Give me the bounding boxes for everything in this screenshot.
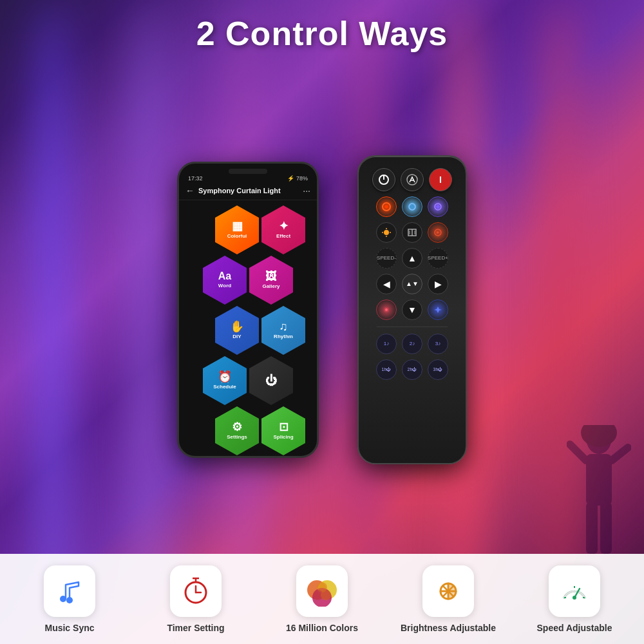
colorful-icon: ▦: [232, 220, 243, 232]
nav-title: Symphony Curtain Light: [198, 187, 299, 194]
remote-scene-1[interactable]: 1♪: [376, 334, 397, 354]
brightness-label: Brightness Adjustable: [401, 622, 496, 634]
brightness-icon-box: [422, 565, 474, 617]
hex-row-1: ▦ Colorful ✦ Effect: [210, 205, 310, 254]
remote-auto-btn[interactable]: [401, 168, 424, 191]
remote-speed-row: SPEED- ▲ SPEED+: [376, 248, 448, 269]
colors-icon-box: [296, 565, 348, 617]
word-icon: Aa: [218, 271, 231, 281]
content-wrapper: 2 Control Ways 17:32 ⚡ 78% ← Symphony Cu…: [0, 0, 644, 644]
remote-row-6: ▼: [376, 299, 448, 320]
music-sync-label: Music Sync: [44, 622, 94, 634]
hex-power[interactable]: ⏻: [249, 356, 293, 405]
phone-battery: ⚡ 78%: [287, 175, 308, 182]
remote-dpad-row: ◀ ▲▼ ▶: [376, 274, 448, 294]
music-note-icon: [54, 576, 85, 607]
remote-left-btn[interactable]: ◀: [376, 274, 397, 294]
timer-icon: [180, 576, 211, 607]
main-area: 17:32 ⚡ 78% ← Symphony Curtain Light ···…: [177, 66, 467, 554]
remote-special-btn[interactable]: [428, 222, 448, 243]
hex-rhythm[interactable]: ♫ Rhythm: [261, 306, 305, 355]
svg-point-39: [573, 596, 576, 600]
remote-scene-2[interactable]: 2♪: [402, 334, 422, 354]
speedometer-icon: [558, 574, 591, 608]
remote-color-btn-1[interactable]: [376, 196, 397, 217]
feature-music-sync: Music Sync: [18, 565, 121, 634]
rhythm-icon: ♫: [279, 321, 288, 332]
hex-gallery[interactable]: 🖼 Gallery: [249, 256, 293, 305]
remote-row-3: [376, 222, 448, 243]
remote-scene-row: 1♪ 2♪ 3♪: [376, 334, 448, 354]
schedule-icon: ⏰: [218, 371, 232, 383]
feature-colors: 16 Million Colors: [270, 565, 374, 634]
hex-colorful[interactable]: ▦ Colorful: [215, 205, 259, 254]
phone-notch: [229, 169, 267, 174]
remote-divider: [377, 327, 448, 327]
svg-point-25: [66, 597, 73, 603]
remote-scene-3[interactable]: 3♪: [428, 334, 448, 354]
phone-status-bar: 17:32 ⚡ 78%: [179, 164, 317, 184]
hex-row-5: ⚙ Settings ⊡ Splicing: [210, 406, 310, 455]
brightness-icon: [431, 574, 465, 608]
hex-row-4: ⏰ Schedule ⏻: [185, 356, 310, 405]
remote-timer-3h[interactable]: 3h⏻: [428, 359, 448, 380]
effect-icon: ✦: [279, 220, 289, 232]
hex-row-3: ✋ DIY ♫ Rhythm: [210, 306, 310, 355]
svg-point-36: [321, 590, 331, 600]
phone-nav-bar: ← Symphony Curtain Light ···: [179, 184, 317, 200]
nav-menu-icon[interactable]: ···: [303, 185, 310, 196]
timer-icon-box: [170, 565, 222, 617]
feature-speed: Speed Adjustable: [523, 565, 626, 634]
hex-word[interactable]: Aa Word: [203, 256, 247, 305]
remote-color-btn-2[interactable]: [402, 196, 422, 217]
speed-label: Speed Adjustable: [537, 622, 612, 634]
settings-icon: ⚙: [232, 421, 242, 433]
remote-row-2: [376, 196, 448, 217]
remote-scene1-btn[interactable]: [376, 299, 397, 320]
remote-scene2-btn[interactable]: [428, 299, 448, 320]
on-label: I: [439, 175, 442, 185]
power-icon: ⏻: [265, 375, 277, 386]
svg-point-24: [60, 596, 66, 602]
page-title: 2 Control Ways: [196, 14, 448, 53]
remote-curtain-btn[interactable]: [402, 222, 422, 243]
feature-brightness: Brightness Adjustable: [397, 565, 500, 634]
remote-on-btn[interactable]: I: [429, 168, 452, 191]
hex-diy[interactable]: ✋ DIY: [215, 306, 259, 355]
remote-down-btn[interactable]: ▼: [402, 299, 422, 320]
remote-speed-plus[interactable]: SPEED+: [428, 248, 448, 269]
svg-point-14: [384, 230, 389, 235]
nav-back-icon[interactable]: ←: [185, 185, 194, 196]
colors-label: 16 Million Colors: [286, 622, 358, 634]
svg-point-23: [385, 308, 388, 311]
splicing-icon: ⊡: [279, 421, 289, 433]
diy-icon: ✋: [230, 321, 244, 332]
timer-label: Timer Setting: [167, 622, 224, 634]
remote-speed-minus[interactable]: SPEED-: [376, 248, 397, 269]
remote-bright-btn[interactable]: [376, 222, 397, 243]
remote-control: I: [357, 155, 467, 464]
music-sync-icon-box: [44, 565, 95, 617]
phone-mockup: 17:32 ⚡ 78% ← Symphony Curtain Light ···…: [177, 162, 319, 458]
hex-splicing[interactable]: ⊡ Splicing: [261, 406, 305, 455]
remote-right-btn[interactable]: ▶: [428, 274, 448, 294]
remote-power-btn[interactable]: [372, 168, 395, 191]
feature-bar: Music Sync Timer Setting: [0, 554, 644, 644]
remote-effects-btn[interactable]: [428, 196, 448, 217]
gallery-icon: 🖼: [265, 270, 277, 282]
remote-up-btn[interactable]: ▲: [402, 248, 422, 269]
phone-time: 17:32: [188, 175, 203, 182]
hex-settings[interactable]: ⚙ Settings: [215, 406, 259, 455]
hex-grid: ▦ Colorful ✦ Effect Aa Word 🖼: [179, 200, 317, 458]
remote-timer-1h[interactable]: 1h⏻: [376, 359, 397, 380]
hex-effect[interactable]: ✦ Effect: [261, 205, 305, 254]
colors-icon: [305, 576, 339, 607]
remote-timer-2h[interactable]: 2h⏻: [402, 359, 422, 380]
feature-timer: Timer Setting: [144, 565, 247, 634]
remote-timer-row: 1h⏻ 2h⏻ 3h⏻: [376, 359, 448, 380]
hex-schedule[interactable]: ⏰ Schedule: [203, 356, 247, 405]
remote-center-btn[interactable]: ▲▼: [402, 274, 422, 294]
hex-row-2: Aa Word 🖼 Gallery: [185, 256, 310, 305]
remote-row-1: I: [372, 168, 452, 191]
speed-icon-box: [549, 565, 600, 617]
